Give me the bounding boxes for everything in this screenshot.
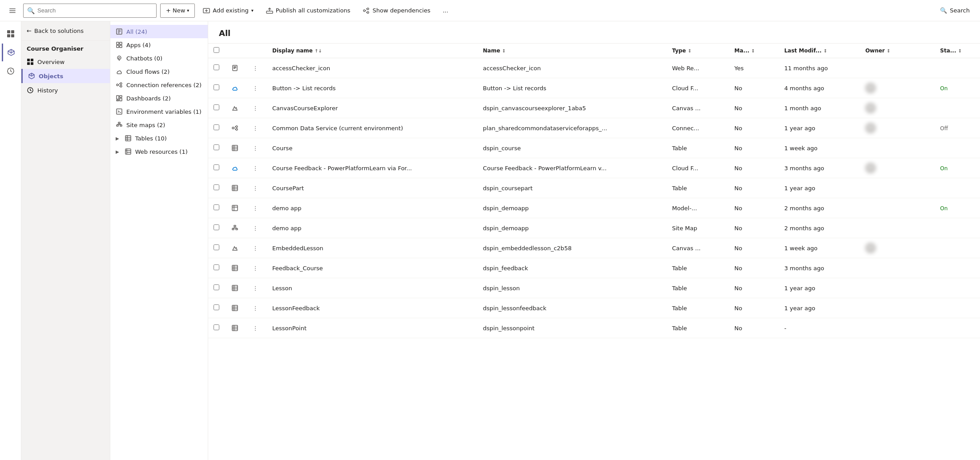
row-more-cell[interactable]: ⋮ <box>244 98 267 118</box>
new-button[interactable]: + New ▾ <box>160 4 195 18</box>
back-to-solutions-link[interactable]: ← Back to solutions <box>21 21 110 41</box>
th-status[interactable]: Sta... ↕ <box>935 44 980 58</box>
row-select-checkbox[interactable] <box>214 324 219 330</box>
row-display-name[interactable]: Common Data Service (current environment… <box>267 118 478 138</box>
hamburger-menu[interactable] <box>5 4 20 18</box>
row-more-cell[interactable]: ⋮ <box>244 178 267 198</box>
row-checkbox-cell[interactable] <box>208 58 226 78</box>
row-more-button[interactable]: ⋮ <box>249 62 262 74</box>
row-display-name[interactable]: Course Feedback - PowerPlatformLearn via… <box>267 158 478 178</box>
row-more-cell[interactable]: ⋮ <box>244 158 267 178</box>
th-managed[interactable]: Ma... ↕ <box>729 44 779 58</box>
row-more-cell[interactable]: ⋮ <box>244 138 267 158</box>
object-item-apps[interactable]: Apps (4) <box>110 38 208 52</box>
row-display-name[interactable]: EmbeddedLesson <box>267 238 478 258</box>
add-existing-button[interactable]: Add existing ▾ <box>198 4 258 18</box>
row-checkbox-cell[interactable] <box>208 258 226 278</box>
row-more-button[interactable]: ⋮ <box>249 322 262 334</box>
row-more-cell[interactable]: ⋮ <box>244 298 267 318</box>
th-last-modified[interactable]: Last Modif... ↕ <box>779 44 860 58</box>
row-checkbox-cell[interactable] <box>208 238 226 258</box>
row-select-checkbox[interactable] <box>214 264 219 270</box>
row-checkbox-cell[interactable] <box>208 78 226 98</box>
row-display-name[interactable]: demo app <box>267 198 478 218</box>
object-item-cloud-flows[interactable]: Cloud flows (2) <box>110 65 208 78</box>
object-item-web-resources[interactable]: ▶ Web resources (1) <box>110 145 208 158</box>
row-more-button[interactable]: ⋮ <box>249 262 262 274</box>
row-more-button[interactable]: ⋮ <box>249 222 262 234</box>
th-type[interactable]: Type ↕ <box>667 44 729 58</box>
show-dependencies-button[interactable]: Show dependencies <box>358 4 435 18</box>
object-item-all[interactable]: All (24) <box>110 25 208 38</box>
row-select-checkbox[interactable] <box>214 164 219 170</box>
row-checkbox-cell[interactable] <box>208 198 226 218</box>
row-more-cell[interactable]: ⋮ <box>244 218 267 238</box>
object-item-env-vars[interactable]: Environment variables (1) <box>110 105 208 118</box>
object-item-tables[interactable]: ▶ Tables (10) <box>110 132 208 145</box>
row-select-checkbox[interactable] <box>214 124 219 130</box>
row-more-cell[interactable]: ⋮ <box>244 118 267 138</box>
row-more-cell[interactable]: ⋮ <box>244 278 267 298</box>
row-display-name[interactable]: Button -> List records <box>267 78 478 98</box>
th-checkbox[interactable] <box>208 44 226 58</box>
nav-item-objects[interactable]: Objects <box>21 69 110 83</box>
row-checkbox-cell[interactable] <box>208 158 226 178</box>
object-item-site-maps[interactable]: Site maps (2) <box>110 118 208 132</box>
row-display-name[interactable]: Feedback_Course <box>267 258 478 278</box>
row-more-button[interactable]: ⋮ <box>249 242 262 254</box>
row-select-checkbox[interactable] <box>214 224 219 230</box>
row-more-cell[interactable]: ⋮ <box>244 198 267 218</box>
row-select-checkbox[interactable] <box>214 204 219 210</box>
row-more-button[interactable]: ⋮ <box>249 302 262 314</box>
publish-all-button[interactable]: Publish all customizations <box>262 4 355 18</box>
row-checkbox-cell[interactable] <box>208 218 226 238</box>
object-item-connection-refs[interactable]: Connection references (2) <box>110 78 208 92</box>
row-more-button[interactable]: ⋮ <box>249 142 262 154</box>
row-more-cell[interactable]: ⋮ <box>244 58 267 78</box>
row-more-button[interactable]: ⋮ <box>249 122 262 134</box>
select-all-checkbox[interactable] <box>214 47 219 53</box>
th-owner[interactable]: Owner ↕ <box>860 44 935 58</box>
row-display-name[interactable]: LessonFeedback <box>267 298 478 318</box>
row-checkbox-cell[interactable] <box>208 278 226 298</box>
row-select-checkbox[interactable] <box>214 244 219 250</box>
row-display-name[interactable]: CoursePart <box>267 178 478 198</box>
row-display-name[interactable]: demo app <box>267 218 478 238</box>
row-checkbox-cell[interactable] <box>208 318 226 338</box>
row-checkbox-cell[interactable] <box>208 138 226 158</box>
row-more-button[interactable]: ⋮ <box>249 282 262 294</box>
row-select-checkbox[interactable] <box>214 84 219 90</box>
row-more-cell[interactable]: ⋮ <box>244 258 267 278</box>
row-display-name[interactable]: CanvasCourseExplorer <box>267 98 478 118</box>
row-select-checkbox[interactable] <box>214 184 219 190</box>
row-checkbox-cell[interactable] <box>208 98 226 118</box>
row-select-checkbox[interactable] <box>214 304 219 310</box>
row-display-name[interactable]: LessonPoint <box>267 318 478 338</box>
row-select-checkbox[interactable] <box>214 104 219 110</box>
th-display-name[interactable]: Display name ↑↓ <box>267 44 478 58</box>
object-item-dashboards[interactable]: Dashboards (2) <box>110 92 208 105</box>
row-checkbox-cell[interactable] <box>208 178 226 198</box>
row-display-name[interactable]: Course <box>267 138 478 158</box>
global-search-button[interactable]: 🔍 Search <box>935 4 975 18</box>
th-name[interactable]: Name ↕ <box>478 44 667 58</box>
nav-item-history[interactable]: History <box>21 83 110 97</box>
row-checkbox-cell[interactable] <box>208 118 226 138</box>
sidebar-icon-objects[interactable] <box>2 44 20 61</box>
row-more-cell[interactable]: ⋮ <box>244 238 267 258</box>
nav-item-overview[interactable]: Overview <box>21 55 110 69</box>
row-more-button[interactable]: ⋮ <box>249 182 262 194</box>
topbar-search-box[interactable]: 🔍 <box>23 4 157 18</box>
sidebar-icon-overview[interactable] <box>2 25 20 43</box>
row-more-button[interactable]: ⋮ <box>249 102 262 114</box>
object-item-chatbots[interactable]: Chatbots (0) <box>110 52 208 65</box>
row-display-name[interactable]: Lesson <box>267 278 478 298</box>
row-more-button[interactable]: ⋮ <box>249 162 262 174</box>
row-more-button[interactable]: ⋮ <box>249 202 262 214</box>
row-more-button[interactable]: ⋮ <box>249 82 262 94</box>
topbar-search-input[interactable] <box>37 7 153 14</box>
row-more-cell[interactable]: ⋮ <box>244 78 267 98</box>
sidebar-icon-history[interactable] <box>2 62 20 80</box>
row-select-checkbox[interactable] <box>214 284 219 290</box>
more-options-button[interactable]: ... <box>438 4 452 18</box>
